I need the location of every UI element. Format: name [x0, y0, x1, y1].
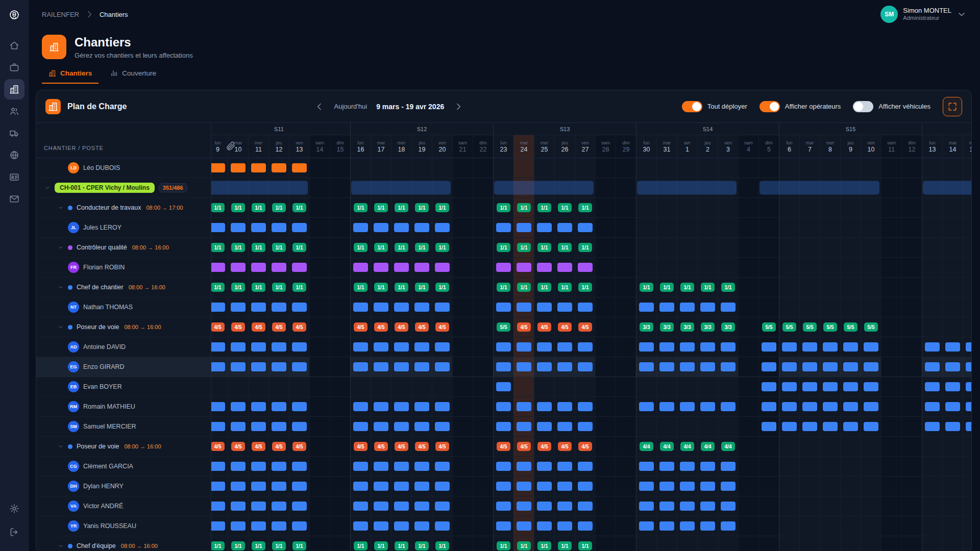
assignment-bar[interactable]	[272, 422, 286, 431]
assignment-bar[interactable]	[945, 362, 960, 371]
assignment-bar[interactable]	[414, 462, 429, 471]
assignment-bar[interactable]	[659, 502, 674, 511]
capacity-badge[interactable]: 1/1	[558, 203, 572, 212]
assignment-bar[interactable]	[966, 362, 971, 371]
operator-label[interactable]: JLJules LEROY	[36, 218, 211, 237]
assignment-bar[interactable]	[823, 342, 838, 352]
capacity-badge[interactable]: 4/5	[537, 322, 551, 332]
assignment-bar[interactable]	[925, 362, 940, 371]
assignment-bar[interactable]	[414, 402, 429, 411]
capacity-badge[interactable]: 1/1	[660, 283, 674, 292]
capacity-badge[interactable]: 5/5	[497, 322, 510, 332]
capacity-badge[interactable]: 4/5	[415, 322, 429, 332]
assignment-bar[interactable]	[231, 482, 246, 491]
assignment-bar[interactable]	[659, 362, 674, 371]
capacity-badge[interactable]: 4/5	[558, 442, 572, 451]
assignment-bar[interactable]	[394, 263, 409, 272]
assignment-bar[interactable]	[211, 462, 225, 471]
poste-label[interactable]: Conducteur de travaux08:00 → 17:00	[36, 198, 211, 217]
assignment-bar[interactable]	[823, 402, 838, 411]
assignment-bar[interactable]	[721, 482, 736, 491]
capacity-badge[interactable]: 3/3	[640, 322, 653, 332]
capacity-badge[interactable]: 4/5	[252, 322, 265, 332]
assignment-bar[interactable]	[231, 223, 246, 232]
assignment-bar[interactable]	[557, 502, 572, 511]
capacity-badge[interactable]: 4/5	[272, 322, 286, 332]
assignment-bar[interactable]	[578, 462, 593, 471]
poste-label[interactable]: Chef de chantier08:00 → 16:00	[36, 278, 211, 297]
capacity-badge[interactable]: 4/5	[231, 322, 245, 332]
assignment-bar[interactable]	[414, 362, 429, 371]
capacity-badge[interactable]: 4/5	[211, 322, 225, 332]
assignment-bar[interactable]	[353, 223, 368, 232]
capacity-badge[interactable]: 5/5	[844, 322, 857, 332]
chantier-label[interactable]: CH-001 - CPER Vichy / Moulins351/486	[36, 178, 211, 197]
capacity-badge[interactable]: 1/1	[395, 283, 408, 292]
capacity-badge[interactable]: 1/1	[558, 541, 572, 550]
assignment-bar[interactable]	[496, 521, 511, 531]
assignment-bar[interactable]	[496, 303, 511, 312]
assignment-bar[interactable]	[700, 462, 715, 471]
capacity-badge[interactable]: 1/1	[517, 541, 531, 550]
assignment-bar[interactable]	[843, 342, 858, 352]
tab-couverture[interactable]: Couverture	[104, 64, 163, 84]
assignment-bar[interactable]	[557, 462, 572, 471]
capacity-badge[interactable]: 4/4	[640, 442, 653, 451]
assignment-bar[interactable]	[680, 303, 695, 312]
assignment-bar[interactable]	[414, 521, 429, 531]
next-period-button[interactable]	[453, 102, 463, 112]
capacity-badge[interactable]: 1/1	[354, 243, 368, 252]
assignment-bar[interactable]	[292, 223, 307, 232]
assignment-bar[interactable]	[374, 263, 388, 272]
assignment-bar[interactable]	[557, 342, 572, 352]
capacity-badge[interactable]: 3/3	[721, 322, 735, 332]
assignment-bar[interactable]	[537, 362, 552, 371]
capacity-badge[interactable]: 1/1	[354, 203, 368, 212]
assignment-bar[interactable]	[496, 342, 511, 352]
assignment-bar[interactable]	[394, 303, 409, 312]
capacity-badge[interactable]: 1/1	[537, 283, 551, 292]
chantier-band[interactable]	[923, 181, 971, 195]
assignment-bar[interactable]	[231, 521, 246, 531]
capacity-badge[interactable]: 1/1	[497, 283, 510, 292]
assignment-bar[interactable]	[680, 362, 695, 371]
assignment-bar[interactable]	[414, 422, 429, 431]
assignment-bar[interactable]	[211, 402, 225, 411]
assignment-bar[interactable]	[353, 422, 368, 431]
assignment-bar[interactable]	[578, 263, 593, 272]
capacity-badge[interactable]: 1/1	[497, 243, 510, 252]
assignment-bar[interactable]	[435, 462, 450, 471]
assignment-bar[interactable]	[557, 362, 572, 371]
assignment-bar[interactable]	[517, 223, 531, 232]
capacity-badge[interactable]: 4/5	[435, 442, 449, 451]
assignment-bar[interactable]	[578, 223, 593, 232]
assignment-bar[interactable]	[353, 482, 368, 491]
sidebar-item-badges[interactable]	[4, 167, 24, 187]
assignment-bar[interactable]	[517, 362, 531, 371]
capacity-badge[interactable]: 1/1	[415, 283, 429, 292]
assignment-bar[interactable]	[639, 482, 654, 491]
capacity-badge[interactable]: 1/1	[374, 203, 388, 212]
capacity-badge[interactable]: 1/1	[231, 283, 245, 292]
assignment-bar[interactable]	[639, 521, 654, 531]
operator-label[interactable]: VAVictor ANDRÉ	[36, 496, 211, 516]
assignment-bar[interactable]	[251, 482, 266, 491]
assignment-bar[interactable]	[782, 342, 797, 352]
assignment-bar[interactable]	[843, 362, 858, 371]
assignment-bar[interactable]	[435, 263, 450, 272]
assignment-bar[interactable]	[517, 502, 531, 511]
chevron-down-icon[interactable]	[58, 284, 64, 290]
chantier-band[interactable]	[760, 181, 879, 195]
assignment-bar[interactable]	[517, 263, 531, 272]
assignment-bar[interactable]	[496, 223, 511, 232]
capacity-badge[interactable]: 4/5	[558, 322, 572, 332]
assignment-bar[interactable]	[414, 482, 429, 491]
sidebar-item-network[interactable]	[4, 145, 24, 165]
capacity-badge[interactable]: 4/5	[578, 322, 592, 332]
assignment-bar[interactable]	[925, 402, 940, 411]
assignment-bar[interactable]	[292, 422, 307, 431]
chevron-down-icon[interactable]	[58, 443, 64, 449]
assignment-bar[interactable]	[864, 382, 878, 391]
operator-label[interactable]: LDLéo DUBOIS	[36, 158, 211, 178]
assignment-bar[interactable]	[823, 382, 838, 391]
